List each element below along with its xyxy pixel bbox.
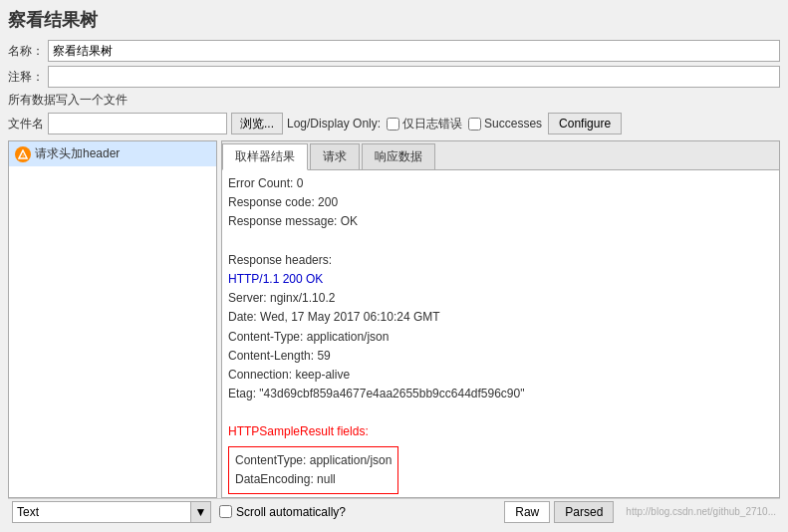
error-count-line: Error Count: 0 bbox=[228, 174, 773, 193]
response-headers-line: Response headers: bbox=[228, 251, 773, 270]
server-line: Server: nginx/1.10.2 bbox=[228, 289, 773, 308]
comment-input[interactable] bbox=[48, 66, 780, 88]
successes-label[interactable]: Successes bbox=[468, 117, 542, 131]
bottom-left: Text ▼ bbox=[12, 501, 211, 523]
result-lines: Error Count: 0 Response code: 200 Respon… bbox=[228, 174, 773, 497]
http-fields-label: HTTPSampleResult fields: bbox=[228, 422, 773, 441]
content-type-line: Content-Type: application/json bbox=[228, 328, 773, 347]
name-input[interactable] bbox=[48, 40, 780, 62]
scroll-checkbox[interactable] bbox=[219, 505, 232, 518]
content-area: ! 请求头加header 取样器结果 请求 响应数据 Error Count: … bbox=[8, 140, 780, 498]
comment-row: 注释： bbox=[8, 66, 780, 88]
browse-button[interactable]: 浏览... bbox=[231, 113, 283, 134]
scroll-checkbox-row: Scroll automatically? bbox=[219, 505, 346, 519]
parsed-tab[interactable]: Parsed bbox=[554, 501, 614, 523]
tree-item[interactable]: ! 请求头加header bbox=[9, 141, 216, 166]
http-fields-section: HTTPSampleResult fields: ContentType: ap… bbox=[228, 422, 773, 497]
blank-line-1 bbox=[228, 232, 773, 251]
text-dropdown-arrow[interactable]: ▼ bbox=[190, 502, 210, 522]
configure-button[interactable]: Configure bbox=[548, 113, 622, 134]
http-fields-box: ContentType: application/json DataEncodi… bbox=[228, 446, 398, 494]
http-field-1: DataEncoding: null bbox=[235, 470, 392, 489]
log-errors-checkbox[interactable] bbox=[387, 118, 399, 131]
text-dropdown-label: Text bbox=[13, 505, 190, 519]
page-title: 察看结果树 bbox=[8, 8, 780, 32]
file-input[interactable] bbox=[48, 113, 227, 134]
watermark: http://blog.csdn.net/github_2710... bbox=[626, 506, 776, 517]
date-line: Date: Wed, 17 May 2017 06:10:24 GMT bbox=[228, 308, 773, 327]
tabs-row: 取样器结果 请求 响应数据 bbox=[222, 141, 779, 170]
bottom-right-tabs: Raw Parsed http://blog.csdn.net/github_2… bbox=[504, 501, 776, 523]
http-field-0: ContentType: application/json bbox=[235, 451, 392, 470]
blank-line-2 bbox=[228, 403, 773, 422]
tree-item-label: 请求头加header bbox=[35, 145, 120, 162]
log-display-row: Log/Display Only: 仅日志错误 Successes Config… bbox=[287, 113, 622, 134]
warning-icon: ! bbox=[15, 146, 31, 162]
result-content: Error Count: 0 Response code: 200 Respon… bbox=[222, 170, 779, 497]
file-row: 文件名 浏览... Log/Display Only: 仅日志错误 Succes… bbox=[8, 113, 780, 134]
http-version-line: HTTP/1.1 200 OK bbox=[228, 270, 773, 289]
name-row: 名称： bbox=[8, 40, 780, 62]
successes-checkbox[interactable] bbox=[468, 118, 481, 131]
scroll-label: Scroll automatically? bbox=[236, 505, 346, 519]
raw-tab[interactable]: Raw bbox=[504, 501, 550, 523]
file-label: 文件名 bbox=[8, 116, 44, 133]
name-label: 名称： bbox=[8, 43, 44, 60]
tab-response-data[interactable]: 响应数据 bbox=[362, 143, 435, 169]
tab-sampler-result[interactable]: 取样器结果 bbox=[222, 143, 308, 170]
response-message-line: Response message: OK bbox=[228, 212, 773, 231]
right-panel: 取样器结果 请求 响应数据 Error Count: 0 Response co… bbox=[221, 140, 780, 498]
left-panel: ! 请求头加header bbox=[8, 140, 217, 498]
bottom-bar: Text ▼ Scroll automatically? Raw Parsed … bbox=[8, 498, 780, 524]
response-code-line: Response code: 200 bbox=[228, 193, 773, 212]
main-container: 察看结果树 名称： 注释： 所有数据写入一个文件 文件名 浏览... Log/D… bbox=[0, 0, 788, 532]
connection-line: Connection: keep-alive bbox=[228, 366, 773, 385]
tab-request[interactable]: 请求 bbox=[310, 143, 360, 169]
log-display-label: Log/Display Only: bbox=[287, 117, 381, 131]
all-data-label: 所有数据写入一个文件 bbox=[8, 92, 780, 109]
content-length-line: Content-Length: 59 bbox=[228, 347, 773, 366]
log-errors-label[interactable]: 仅日志错误 bbox=[387, 116, 462, 133]
text-dropdown[interactable]: Text ▼ bbox=[12, 501, 211, 523]
comment-label: 注释： bbox=[8, 69, 44, 86]
etag-line: Etag: "43d69cbf859a4677e4aa2655bb9cc644d… bbox=[228, 385, 773, 403]
